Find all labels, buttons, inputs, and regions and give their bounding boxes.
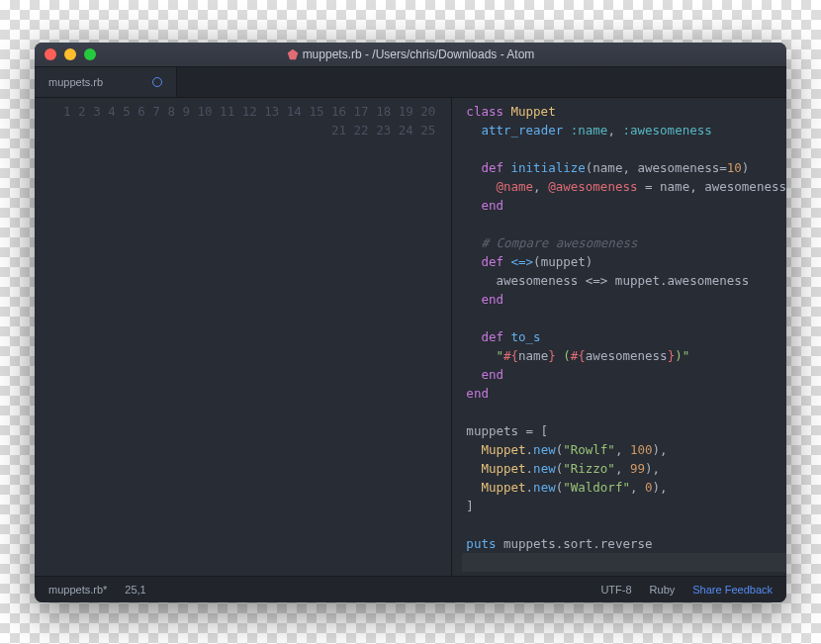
- code-area[interactable]: class Muppet attr_reader :name, :awesome…: [452, 98, 786, 576]
- code-line[interactable]: attr_reader :name, :awesomeness: [462, 121, 786, 139]
- status-cursor-pos[interactable]: 25,1: [125, 584, 145, 596]
- code-line[interactable]: Muppet.new("Rizzo", 99),: [462, 459, 786, 478]
- ruby-file-icon: [287, 48, 299, 60]
- window-title: muppets.rb - /Users/chris/Downloads - At…: [35, 47, 786, 61]
- code-line[interactable]: end: [462, 290, 786, 309]
- share-feedback-link[interactable]: Share Feedback: [692, 584, 773, 596]
- code-line[interactable]: [462, 139, 786, 158]
- minimize-icon[interactable]: [64, 48, 76, 60]
- window-title-text: muppets.rb - /Users/chris/Downloads - At…: [303, 47, 535, 61]
- code-line[interactable]: def <=>(muppet): [462, 252, 786, 271]
- maximize-icon[interactable]: [84, 48, 96, 60]
- code-line[interactable]: class Muppet: [462, 102, 786, 121]
- status-encoding[interactable]: UTF-8: [600, 584, 631, 596]
- code-line[interactable]: "#{name} (#{awesomeness})": [462, 346, 786, 365]
- code-line[interactable]: end: [462, 384, 786, 403]
- code-line[interactable]: [462, 215, 786, 233]
- status-bar: muppets.rb* 25,1 UTF-8 Ruby Share Feedba…: [35, 576, 786, 602]
- code-line[interactable]: puts muppets.sort.reverse: [462, 534, 786, 553]
- svg-marker-0: [287, 48, 298, 59]
- code-line[interactable]: Muppet.new("Rowlf", 100),: [462, 440, 786, 459]
- modified-indicator-icon: [152, 77, 162, 87]
- code-line[interactable]: def initialize(name, awesomeness=10): [462, 158, 786, 177]
- status-file[interactable]: muppets.rb*: [48, 584, 107, 596]
- editor-pane[interactable]: 1 2 3 4 5 6 7 8 9 10 11 12 13 14 15 16 1…: [35, 98, 786, 576]
- code-line[interactable]: muppets = [: [462, 421, 786, 440]
- code-line[interactable]: [462, 309, 786, 327]
- tab-label: muppets.rb: [48, 76, 103, 88]
- code-line[interactable]: [462, 515, 786, 534]
- status-language[interactable]: Ruby: [650, 584, 676, 596]
- code-line[interactable]: # Compare awesomeness: [462, 233, 786, 252]
- code-line[interactable]: end: [462, 365, 786, 384]
- tab-muppets[interactable]: muppets.rb: [35, 67, 177, 97]
- titlebar[interactable]: muppets.rb - /Users/chris/Downloads - At…: [35, 43, 786, 67]
- code-line[interactable]: [462, 553, 786, 572]
- code-line[interactable]: end: [462, 196, 786, 215]
- editor-window: muppets.rb - /Users/chris/Downloads - At…: [35, 43, 786, 602]
- close-icon[interactable]: [45, 48, 56, 60]
- line-number-gutter[interactable]: 1 2 3 4 5 6 7 8 9 10 11 12 13 14 15 16 1…: [35, 98, 452, 576]
- traffic-lights: [45, 48, 96, 60]
- code-line[interactable]: def to_s: [462, 327, 786, 346]
- code-line[interactable]: [462, 403, 786, 421]
- tab-bar[interactable]: muppets.rb: [35, 67, 786, 98]
- code-line[interactable]: @name, @awesomeness = name, awesomeness: [462, 177, 786, 196]
- code-line[interactable]: awesomeness <=> muppet.awesomeness: [462, 271, 786, 290]
- code-line[interactable]: ]: [462, 497, 786, 515]
- code-line[interactable]: Muppet.new("Waldorf", 0),: [462, 478, 786, 497]
